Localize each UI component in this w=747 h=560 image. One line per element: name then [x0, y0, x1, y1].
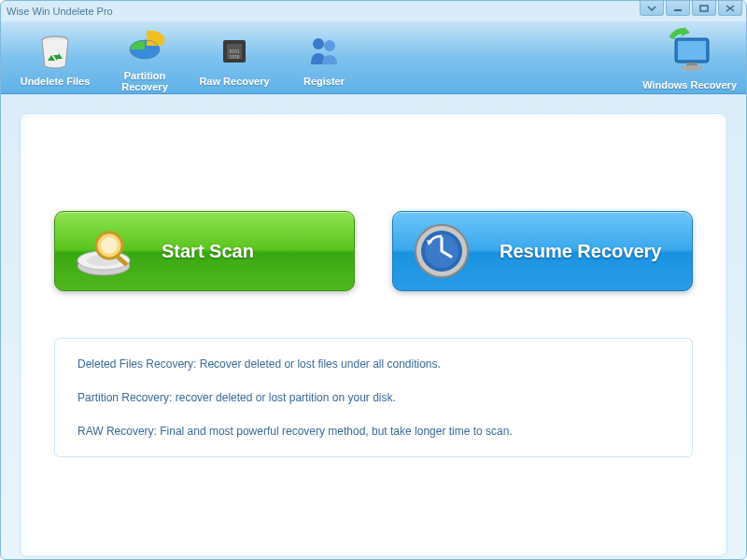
app-window: Wise Win Undelete Pro	[0, 0, 747, 560]
main-area: Start Scan Resume Recovery	[1, 94, 746, 560]
chevron-down-icon	[647, 6, 656, 11]
resume-recovery-button[interactable]: Resume Recovery	[392, 211, 693, 291]
info-line-partition: Partition Recovery: recover deleted or l…	[78, 391, 669, 404]
clock-rewind-icon	[412, 221, 477, 281]
toolbar: Undelete Files Partition Recovery 0101	[1, 21, 746, 94]
content-card: Start Scan Resume Recovery	[20, 113, 727, 557]
maximize-icon	[699, 5, 709, 12]
drive-magnifier-icon	[74, 221, 139, 281]
info-line-raw: RAW Recovery: Final and most powerful re…	[78, 425, 669, 438]
windows-recovery-label: Windows Recovery	[642, 79, 737, 91]
window-title: Wise Win Undelete Pro	[7, 6, 113, 17]
tool-undelete-files[interactable]: Undelete Files	[10, 29, 100, 87]
tool-raw-recovery[interactable]: 0101 1010 Raw Recovery	[190, 29, 279, 87]
tool-label: Raw Recovery	[190, 76, 279, 87]
svg-point-14	[681, 65, 703, 71]
svg-point-19	[101, 237, 118, 254]
tool-label: Partition Recovery	[100, 70, 190, 92]
people-icon	[302, 29, 346, 74]
collapse-button[interactable]	[640, 1, 664, 16]
recycle-bin-icon	[33, 29, 78, 74]
close-icon	[726, 5, 735, 12]
big-buttons-row: Start Scan Resume Recovery	[54, 211, 693, 291]
info-line-deleted: Deleted Files Recovery: Recover deleted …	[78, 357, 669, 371]
windows-recovery-button[interactable]: Windows Recovery	[642, 27, 737, 91]
minimize-icon	[673, 5, 683, 12]
monitor-refresh-icon	[662, 27, 718, 79]
close-button[interactable]	[718, 1, 742, 16]
titlebar: Wise Win Undelete Pro	[1, 1, 746, 21]
window-controls	[638, 1, 742, 16]
info-box: Deleted Files Recovery: Recover deleted …	[54, 338, 693, 457]
tool-label: Undelete Files	[10, 76, 100, 87]
start-scan-label: Start Scan	[162, 241, 254, 262]
tool-register[interactable]: Register	[279, 29, 369, 87]
svg-point-9	[313, 38, 324, 49]
maximize-button[interactable]	[692, 1, 716, 16]
svg-rect-12	[678, 41, 706, 60]
tool-label: Register	[279, 76, 369, 87]
start-scan-button[interactable]: Start Scan	[54, 211, 355, 291]
svg-rect-0	[674, 9, 682, 11]
minimize-button[interactable]	[666, 1, 690, 16]
svg-point-10	[324, 40, 335, 51]
pie-chart-icon	[122, 23, 167, 68]
svg-text:1010: 1010	[229, 54, 239, 60]
tool-partition-recovery[interactable]: Partition Recovery	[100, 23, 190, 92]
chip-icon: 0101 1010	[212, 29, 257, 74]
resume-recovery-label: Resume Recovery	[500, 241, 661, 262]
svg-rect-1	[700, 6, 708, 11]
